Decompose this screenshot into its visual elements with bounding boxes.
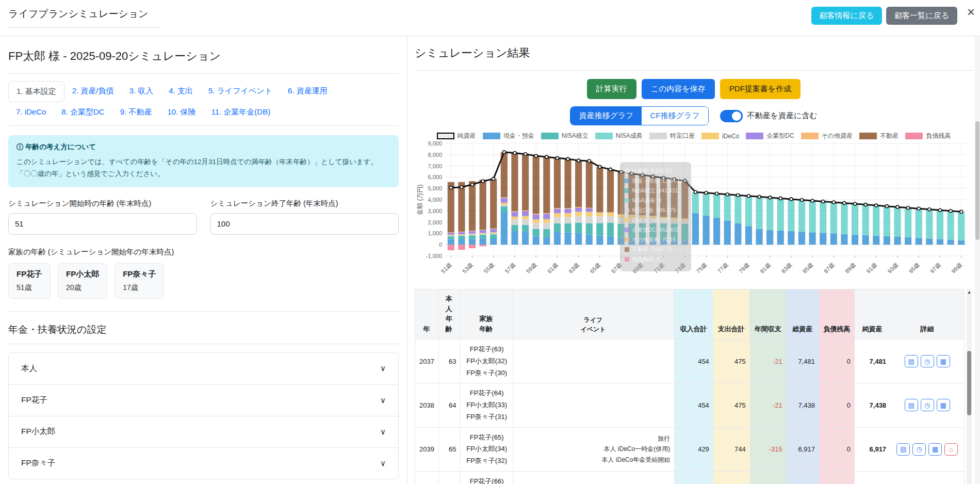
save-button[interactable]: この内容を保存: [642, 79, 715, 99]
bar-segment: [607, 169, 614, 212]
bar-segment: [458, 232, 465, 234]
bar-segment: [480, 230, 486, 230]
pension-accordion-item-3[interactable]: FP奈々子∨: [9, 447, 398, 479]
bar-segment: [841, 203, 847, 234]
bar-segment: [639, 238, 646, 245]
pension-accordion-item-2[interactable]: FP小太郎∨: [9, 416, 398, 447]
legend-item-5: iDeCo: [701, 133, 739, 140]
create-pdf-button[interactable]: PDF提案書を作成: [720, 79, 801, 99]
bar-segment: [681, 221, 688, 224]
x-axis-tick-label: 55歳: [482, 262, 495, 275]
close-icon[interactable]: ×: [967, 5, 975, 19]
header-line1: 支出合計: [717, 324, 745, 334]
x-axis-tick-label: 95歳: [908, 262, 921, 275]
page-scrollbar-thumb[interactable]: [975, 121, 979, 240]
tab-9[interactable]: 9. 不動産: [112, 102, 160, 122]
bar-segment: [448, 239, 454, 245]
bar-segment: [543, 157, 550, 213]
tab-11[interactable]: 11. 企業年金(DB): [203, 102, 278, 122]
scroll-up-icon[interactable]: ▲: [967, 290, 972, 295]
bar-segment: [586, 161, 593, 208]
header-line1: 本人: [443, 294, 456, 314]
net-asset-marker: [949, 209, 952, 213]
bar-segment: [490, 233, 497, 234]
tab-10[interactable]: 10. 保険: [159, 102, 203, 122]
detail-calc-button[interactable]: ▦: [937, 355, 950, 367]
start-age-field-group: シミュレーション開始時の年齢 (年末時点): [8, 199, 197, 235]
tab-8[interactable]: 8. 企業型DC: [54, 102, 112, 122]
graph-tab-1[interactable]: CF推移グラフ: [642, 107, 708, 125]
cell-expense-total: 744: [713, 428, 750, 471]
chevron-down-icon: ∨: [380, 364, 386, 373]
tab-5[interactable]: 5. ライフイベント: [201, 81, 280, 102]
detail-doc-button[interactable]: ▤: [905, 399, 918, 411]
legend-label: NISA積立: [562, 132, 589, 140]
bar-segment: [703, 216, 709, 245]
bar-segment: [458, 182, 465, 232]
bar-segment: [724, 220, 731, 245]
bar-segment: [522, 219, 529, 225]
net-asset-marker: [801, 198, 804, 201]
age-info-alert: ⓘ 年齢の考え方について このシミュレーションでは、すべての年齢を「その年の12…: [8, 135, 399, 187]
detail-doc-button[interactable]: ▤: [896, 443, 910, 456]
tab-3[interactable]: 3. 収入: [122, 81, 161, 102]
column-header-c-detail: 詳細: [890, 289, 964, 339]
bar-segment: [522, 211, 529, 211]
bar-segment: [671, 218, 678, 220]
tab-4[interactable]: 4. 支出: [161, 81, 201, 102]
y-axis-tick-label: 5,000: [428, 185, 442, 191]
lifeplan-simulation-window: ライフプランシミュレーション 顧客情報に戻る 顧客一覧に戻る × FP太郎 様 …: [0, 0, 980, 484]
graph-tab-0[interactable]: 資産推移グラフ: [570, 107, 642, 125]
family-age-line: FP小太郎(32): [465, 356, 508, 367]
bar-segment: [501, 206, 508, 212]
family-age-line: FP奈々子(32): [465, 455, 508, 467]
bar-segment: [905, 237, 911, 245]
chart-canvas[interactable]: -1,00001,0002,0003,0004,0005,0006,0007,0…: [415, 141, 972, 285]
page-scrollbar[interactable]: [975, 36, 980, 484]
table-scrollbar[interactable]: ▲: [967, 289, 972, 484]
bar-segment: [830, 202, 837, 233]
back-to-customer-list-button[interactable]: 顧客一覧に戻る: [886, 7, 957, 25]
start-age-input[interactable]: [8, 213, 197, 235]
bar-segment: [628, 215, 635, 215]
table-row-2038: 203864FP花子(64)FP小太郎(33)FP奈々子(31)454475-2…: [415, 383, 964, 427]
detail-doc-button[interactable]: ▤: [905, 355, 918, 367]
pension-accordion-item-0[interactable]: 本人∨: [9, 353, 398, 384]
cell-annual-balance: -21: [750, 383, 787, 427]
tab-1[interactable]: 1. 基本設定: [8, 81, 64, 102]
bar-segment: [490, 229, 497, 229]
bar-segment: [671, 180, 678, 218]
end-age-input[interactable]: [210, 213, 399, 235]
tab-7[interactable]: 7. iDeCo: [8, 102, 54, 122]
detail-calc-button[interactable]: ▦: [937, 399, 950, 411]
detail-clock-button[interactable]: ◷: [921, 355, 934, 367]
bar-segment: [480, 235, 486, 238]
header-line1: 純資産: [859, 324, 886, 334]
tab-2[interactable]: 2. 資産/負債: [64, 81, 122, 102]
tab-6[interactable]: 6. 資産運用: [280, 81, 335, 102]
include-realestate-toggle[interactable]: [720, 110, 743, 122]
bar-segment: [628, 173, 635, 215]
y-axis-tick-label: 9,000: [428, 141, 442, 147]
family-age-line: FP奈々子(30): [465, 367, 508, 379]
detail-clock-button[interactable]: ◷: [921, 399, 934, 411]
bar-segment: [639, 216, 646, 219]
cell-total-assets: 7,481: [787, 340, 819, 383]
bar-segment: [501, 205, 508, 206]
net-asset-marker: [907, 206, 910, 209]
legend-swatch: [746, 133, 763, 139]
detail-event-button[interactable]: ⌂: [944, 443, 958, 456]
table-scrollbar-thumb[interactable]: [967, 351, 971, 415]
run-calculation-button[interactable]: 計算実行: [587, 79, 636, 99]
net-asset-marker: [875, 204, 878, 207]
detail-calc-button[interactable]: ▦: [928, 443, 942, 456]
back-to-customer-info-button[interactable]: 顧客情報に戻る: [811, 7, 883, 25]
pension-accordion-item-1[interactable]: FP花子∨: [9, 384, 398, 416]
bar-segment: [681, 218, 688, 219]
bar-segment: [607, 216, 614, 223]
cell-income-total: 454: [675, 340, 713, 383]
cell-net-assets: 7,481: [855, 340, 890, 383]
detail-clock-button[interactable]: ◷: [912, 443, 926, 456]
x-axis-tick-label: 65歳: [589, 262, 601, 275]
y-axis-title: 金額 (万円): [416, 184, 423, 215]
